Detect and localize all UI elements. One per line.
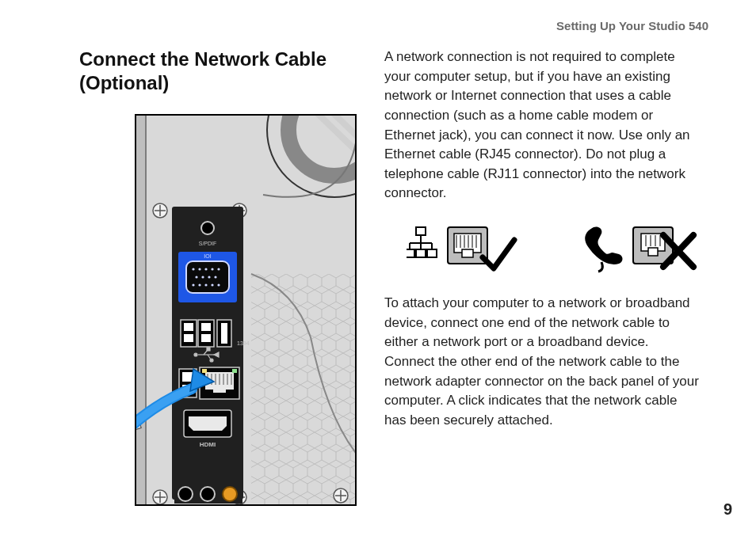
svg-rect-53 [207,348,210,351]
running-head: Setting Up Your Studio 540 [556,19,708,32]
svg-rect-88 [427,249,437,257]
back-panel-svg: S/PDIF IOI [136,116,357,506]
svg-rect-49 [221,323,227,344]
svg-point-29 [204,268,207,270]
svg-rect-86 [407,249,414,257]
svg-point-73 [178,487,193,501]
svg-rect-65 [202,369,207,373]
svg-point-37 [198,283,200,286]
svg-rect-100 [648,248,658,256]
paragraph-intro: A network connection is not required to … [384,48,701,203]
svg-point-30 [211,268,213,270]
svg-rect-87 [416,249,426,257]
svg-rect-66 [232,369,237,373]
svg-point-35 [214,276,216,278]
svg-point-34 [208,276,210,278]
connector-guidance-icons [407,224,701,273]
ethernet-ok-icon [407,226,517,272]
svg-text:1394: 1394 [237,340,250,346]
svg-point-32 [195,276,197,278]
svg-point-40 [217,283,220,286]
svg-point-52 [194,353,197,356]
svg-rect-57 [213,386,226,393]
svg-point-33 [201,276,204,278]
svg-rect-43 [184,323,193,331]
back-panel-illustration: S/PDIF IOI [135,114,357,506]
svg-rect-80 [416,227,426,235]
manual-page: Setting Up Your Studio 540 Connect the N… [0,0,756,536]
vga-port-icon: IOI [178,252,237,302]
right-column: A network connection is not required to … [384,48,701,445]
svg-point-39 [211,283,213,286]
svg-point-75 [223,487,237,501]
svg-rect-46 [201,323,211,331]
svg-point-31 [217,268,220,270]
svg-rect-44 [184,334,193,342]
left-column: Connect the Network Cable (Optional) [79,48,349,506]
phone-no-icon [581,224,700,273]
svg-point-28 [198,268,200,270]
svg-point-54 [210,359,213,362]
svg-text:S/PDIF: S/PDIF [199,241,217,246]
svg-text:IOI: IOI [204,253,211,259]
section-title: Connect the Network Cable (Optional) [79,48,349,95]
svg-rect-47 [201,334,211,342]
svg-point-36 [192,283,194,286]
page-number: 9 [724,500,732,519]
svg-rect-26 [186,261,229,293]
svg-rect-91 [462,249,473,257]
svg-point-74 [200,487,215,501]
audio-jacks-icon [174,480,242,504]
spdif-port-icon [201,222,214,234]
svg-point-38 [204,283,207,286]
svg-rect-2 [136,116,146,506]
paragraph-instructions: To attach your computer to a network or … [384,294,701,430]
svg-text:HDMI: HDMI [200,441,216,448]
svg-point-27 [192,268,194,270]
svg-rect-23 [172,207,243,500]
